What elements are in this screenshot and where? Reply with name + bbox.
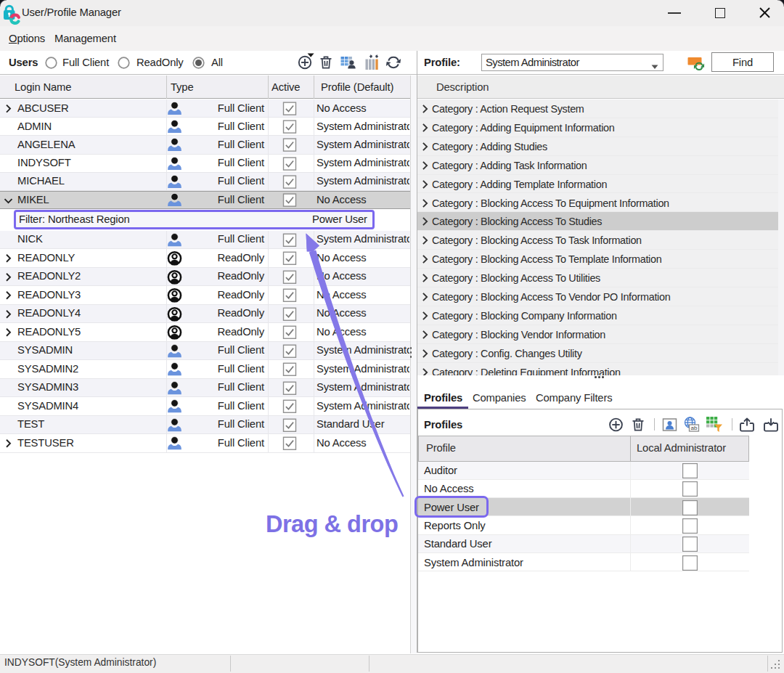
svg-text:ab: ab bbox=[691, 425, 698, 431]
